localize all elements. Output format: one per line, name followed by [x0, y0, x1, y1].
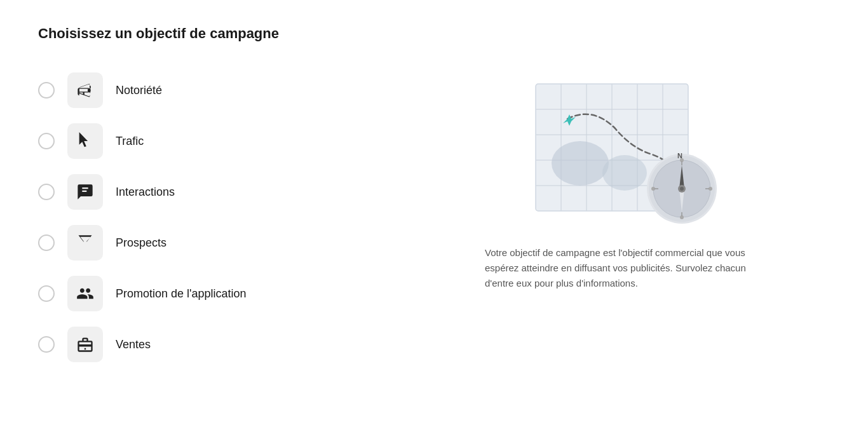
cursor-icon: [76, 132, 94, 150]
icon-box-prospects: [67, 225, 103, 261]
icon-box-promotion: [67, 276, 103, 311]
people-icon: [76, 285, 94, 302]
funnel-icon: [76, 234, 94, 252]
megaphone-icon: [76, 81, 94, 99]
radio-interactions[interactable]: [38, 184, 55, 200]
label-ventes: Ventes: [116, 338, 151, 351]
label-prospects: Prospects: [116, 236, 166, 250]
content-layout: Notoriété Trafic: [38, 65, 830, 370]
option-promotion[interactable]: Promotion de l'application: [38, 268, 369, 319]
svg-point-23: [680, 187, 684, 191]
map-svg: N: [498, 65, 739, 230]
icon-box-ventes: [67, 327, 103, 362]
page-container: Choisissez un objectif de campagne Notor…: [38, 25, 830, 370]
radio-notoriete[interactable]: [38, 82, 55, 98]
radio-ventes[interactable]: [38, 336, 55, 353]
icon-box-notoriete: [67, 72, 103, 108]
option-interactions[interactable]: Interactions: [38, 166, 369, 217]
right-panel: N Votre objectif de campagne est l'objec…: [369, 65, 830, 291]
label-trafic: Trafic: [116, 135, 144, 148]
svg-point-11: [602, 155, 647, 191]
briefcase-icon: [76, 336, 94, 353]
option-notoriete[interactable]: Notoriété: [38, 65, 369, 116]
description-text: Votre objectif de campagne est l'objecti…: [485, 245, 752, 291]
icon-box-interactions: [67, 174, 103, 210]
radio-prospects[interactable]: [38, 234, 55, 251]
option-ventes[interactable]: Ventes: [38, 319, 369, 370]
radio-trafic[interactable]: [38, 133, 55, 149]
svg-point-10: [552, 141, 609, 186]
label-promotion: Promotion de l'application: [116, 287, 247, 301]
icon-box-trafic: [67, 123, 103, 159]
radio-promotion[interactable]: [38, 285, 55, 302]
options-list: Notoriété Trafic: [38, 65, 369, 370]
option-trafic[interactable]: Trafic: [38, 116, 369, 166]
label-interactions: Interactions: [116, 186, 175, 199]
page-title: Choisissez un objectif de campagne: [38, 25, 830, 42]
campaign-illustration: N: [498, 65, 739, 230]
option-prospects[interactable]: Prospects: [38, 217, 369, 268]
chat-icon: [76, 183, 94, 201]
svg-text:N: N: [677, 152, 682, 159]
label-notoriete: Notoriété: [116, 84, 162, 97]
